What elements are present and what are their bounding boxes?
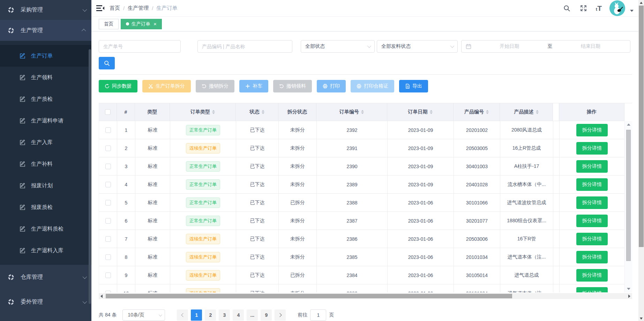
cell-order-date: 2023-01-06 [388,266,454,284]
sidebar-subitem[interactable]: 生产订单 [0,45,91,67]
sidebar-subitem[interactable]: 生产退料质检 [0,218,91,240]
scroll-left-arrow-icon[interactable] [99,293,104,299]
sidebar-item-outsourcing[interactable]: 委外管理 [0,290,91,314]
split-detail-button[interactable]: 拆分详情 [576,160,608,173]
row-checkbox[interactable] [105,127,111,133]
sort-caret-icon[interactable] [262,110,264,114]
sort-caret-icon[interactable] [361,110,364,114]
breadcrumb-home[interactable]: 首页 [110,5,120,12]
row-checkbox[interactable] [105,273,111,278]
page-button[interactable]: 2 [205,309,216,321]
date-start-placeholder[interactable]: 开始日期 [474,43,545,50]
split-detail-button[interactable]: 拆分详情 [576,196,608,209]
sort-caret-icon[interactable] [536,110,539,114]
tab-close-icon[interactable]: × [153,21,157,27]
split-detail-button[interactable]: 拆分详情 [576,233,608,245]
sort-caret-icon[interactable] [486,110,489,114]
scroll-down-arrow-icon[interactable] [638,316,644,321]
column-header[interactable]: 订单编号 [316,103,387,121]
split-detail-button[interactable]: 拆分详情 [576,269,608,282]
sidebar-subitem[interactable]: 生产入库 [0,132,91,153]
sidebar-scrollbar-thumb[interactable] [89,49,91,304]
row-checkbox[interactable] [105,218,111,224]
vertical-scrollbar-thumb[interactable] [626,130,631,261]
sidebar-subitem[interactable]: 生产领料 [0,67,91,88]
toolbar-button[interactable]: 导出 [399,80,428,92]
split-detail-button[interactable]: 拆分详情 [576,251,608,263]
column-header[interactable]: 订单类型 [170,103,236,121]
toolbar-button[interactable]: 补车 [239,80,268,92]
table-horizontal-scrollbar[interactable] [99,293,632,299]
toolbar-button[interactable]: 打印 [317,80,346,92]
sidebar-subitem[interactable]: 生产退料申请 [0,110,91,132]
date-range-picker[interactable]: 开始日期 至 结束日期 [461,40,630,53]
menu-collapse-icon[interactable] [94,2,106,14]
sidebar-item-warehouse[interactable]: 仓库管理 [0,265,91,290]
font-size-icon[interactable]: tT [596,4,602,13]
column-header-label: 类型 [148,109,157,115]
sidebar-item-purchase[interactable]: 采购管理 [0,0,91,20]
page-button[interactable]: 9 [261,309,272,321]
tab-home[interactable]: 首页 [99,19,119,29]
search-button[interactable] [99,57,115,69]
column-header[interactable]: 产品描述 [500,103,553,121]
page-button[interactable]: 1 [191,309,202,321]
sidebar-subitem[interactable]: 报废质检 [0,196,91,218]
scroll-right-arrow-icon[interactable] [627,293,632,299]
fullscreen-icon[interactable] [579,4,588,13]
sidebar-item-production[interactable]: 生产管理 [0,20,91,41]
sort-caret-icon[interactable] [430,110,433,114]
prev-page-button[interactable] [177,309,188,321]
horizontal-scrollbar-thumb[interactable] [106,294,512,298]
row-checkbox[interactable] [105,200,111,206]
tab-production-order[interactable]: 生产订单 × [121,19,162,29]
sidebar-subitem[interactable]: 生产退料入库 [0,240,91,261]
table-vertical-scrollbar[interactable] [624,121,632,292]
date-end-placeholder[interactable]: 结束日期 [555,43,626,50]
column-header[interactable]: 状态 [236,103,278,121]
page-button[interactable]: 4 [233,309,244,321]
split-detail-button[interactable]: 拆分详情 [576,178,608,191]
sort-caret-icon[interactable] [212,110,215,114]
search-icon[interactable] [562,4,571,13]
scroll-up-arrow-icon[interactable] [638,0,644,5]
toolbar-button[interactable]: 打印合格证 [351,80,394,92]
user-menu-caret-icon[interactable] [630,10,634,12]
product-input[interactable] [197,40,292,53]
column-header[interactable]: 订单日期 [387,103,454,121]
window-scrollbar[interactable] [638,0,644,321]
row-checkbox[interactable] [105,182,111,187]
next-page-button[interactable] [275,309,286,321]
row-checkbox[interactable] [105,236,111,242]
sidebar-subitem[interactable]: 报废计划 [0,175,91,196]
scroll-down-arrow-icon[interactable] [625,286,632,292]
goto-page-input[interactable] [310,309,326,321]
row-checkbox[interactable] [105,164,111,169]
sidebar-subitem[interactable]: 生产质检 [0,88,91,110]
column-header[interactable]: 产品编号 [454,103,500,121]
row-checkbox[interactable] [105,145,111,151]
toolbar-button[interactable]: 同步数据 [99,80,137,92]
issue-status-select[interactable]: 全部发料状态 [377,40,458,53]
scroll-up-arrow-icon[interactable] [625,122,632,127]
split-detail-button[interactable]: 拆分详情 [576,124,608,136]
split-detail-button[interactable]: 拆分详情 [576,142,608,155]
toolbar-button[interactable]: 生产订单拆分 [142,80,191,92]
user-avatar[interactable] [609,0,625,16]
status-select[interactable]: 全部状态 [301,40,375,53]
page-ellipsis[interactable]: ... [247,309,258,321]
window-scrollbar-thumb[interactable] [639,6,644,247]
breadcrumb-section[interactable]: 生产管理 [128,5,149,12]
toolbar-button[interactable]: 撤销领料 [273,80,312,92]
sidebar-subitem[interactable]: 生产补料 [0,153,91,175]
split-detail-button[interactable]: 拆分详情 [576,215,608,227]
row-checkbox[interactable] [105,291,111,293]
page-size-select[interactable]: 10条/页 [122,309,165,321]
page-button[interactable]: 3 [219,309,230,321]
toolbar-button[interactable]: 撤销拆分 [196,80,234,92]
row-checkbox[interactable] [105,254,111,260]
production-no-input[interactable] [99,40,181,53]
column-header: # [117,103,135,121]
select-all-checkbox[interactable] [105,109,111,115]
split-detail-button[interactable]: 拆分详情 [576,287,608,293]
